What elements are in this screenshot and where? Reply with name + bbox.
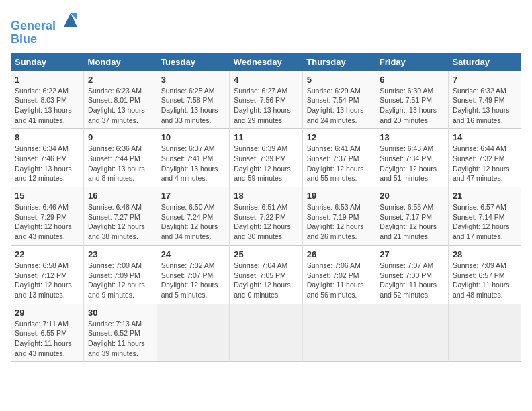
- day-number: 5: [307, 75, 371, 85]
- logo-blue: Blue: [11, 33, 80, 46]
- day-info: Sunrise: 7:04 AMSunset: 7:05 PMDaylight:…: [234, 261, 298, 300]
- day-info: Sunrise: 6:29 AMSunset: 7:54 PMDaylight:…: [307, 86, 371, 126]
- day-number: 23: [88, 249, 152, 259]
- col-header-wednesday: Wednesday: [230, 53, 303, 71]
- day-number: 15: [15, 191, 79, 201]
- day-cell-10: 10Sunrise: 6:37 AMSunset: 7:41 PMDayligh…: [157, 129, 230, 187]
- day-number: 22: [15, 249, 79, 259]
- day-info: Sunrise: 6:53 AMSunset: 7:19 PMDaylight:…: [307, 202, 371, 242]
- col-header-thursday: Thursday: [302, 53, 375, 71]
- day-info: Sunrise: 6:46 AMSunset: 7:29 PMDaylight:…: [15, 202, 79, 242]
- day-number: 19: [307, 191, 371, 201]
- col-header-tuesday: Tuesday: [157, 53, 230, 71]
- day-info: Sunrise: 6:48 AMSunset: 7:27 PMDaylight:…: [88, 202, 152, 242]
- day-cell-16: 16Sunrise: 6:48 AMSunset: 7:27 PMDayligh…: [84, 187, 157, 246]
- day-info: Sunrise: 6:36 AMSunset: 7:44 PMDaylight:…: [88, 144, 152, 183]
- week-row-4: 22Sunrise: 6:58 AMSunset: 7:12 PMDayligh…: [11, 245, 521, 304]
- day-info: Sunrise: 7:11 AMSunset: 6:55 PMDaylight:…: [15, 319, 79, 359]
- day-number: 18: [234, 191, 298, 201]
- day-cell-27: 27Sunrise: 7:07 AMSunset: 7:00 PMDayligh…: [375, 245, 449, 304]
- empty-cell: [157, 304, 230, 362]
- day-number: 30: [88, 308, 152, 318]
- day-number: 27: [380, 249, 444, 259]
- empty-cell: [448, 304, 521, 362]
- col-header-sunday: Sunday: [11, 53, 84, 71]
- logo-text: General: [11, 11, 80, 33]
- day-cell-6: 6Sunrise: 6:30 AMSunset: 7:51 PMDaylight…: [375, 71, 449, 129]
- day-info: Sunrise: 6:34 AMSunset: 7:46 PMDaylight:…: [15, 144, 79, 183]
- day-number: 13: [380, 132, 444, 142]
- day-cell-3: 3Sunrise: 6:25 AMSunset: 7:58 PMDaylight…: [157, 71, 230, 129]
- calendar-header-row: SundayMondayTuesdayWednesdayThursdayFrid…: [11, 53, 521, 71]
- day-info: Sunrise: 7:09 AMSunset: 6:57 PMDaylight:…: [453, 261, 517, 300]
- day-cell-23: 23Sunrise: 7:00 AMSunset: 7:09 PMDayligh…: [84, 245, 157, 304]
- day-number: 26: [307, 249, 371, 259]
- day-number: 28: [453, 249, 517, 259]
- day-cell-13: 13Sunrise: 6:43 AMSunset: 7:34 PMDayligh…: [375, 129, 449, 187]
- col-header-saturday: Saturday: [448, 53, 521, 71]
- day-info: Sunrise: 6:44 AMSunset: 7:32 PMDaylight:…: [453, 144, 517, 183]
- day-cell-26: 26Sunrise: 7:06 AMSunset: 7:02 PMDayligh…: [302, 245, 375, 304]
- day-cell-2: 2Sunrise: 6:23 AMSunset: 8:01 PMDaylight…: [84, 71, 157, 129]
- logo-icon: [61, 11, 80, 30]
- day-number: 12: [307, 132, 371, 142]
- day-number: 8: [15, 132, 79, 142]
- col-header-friday: Friday: [375, 53, 449, 71]
- day-cell-18: 18Sunrise: 6:51 AMSunset: 7:22 PMDayligh…: [230, 187, 303, 246]
- day-info: Sunrise: 7:00 AMSunset: 7:09 PMDaylight:…: [88, 261, 152, 300]
- day-cell-17: 17Sunrise: 6:50 AMSunset: 7:24 PMDayligh…: [157, 187, 230, 246]
- day-cell-29: 29Sunrise: 7:11 AMSunset: 6:55 PMDayligh…: [11, 304, 84, 362]
- day-info: Sunrise: 6:25 AMSunset: 7:58 PMDaylight:…: [161, 86, 226, 126]
- day-cell-28: 28Sunrise: 7:09 AMSunset: 6:57 PMDayligh…: [448, 245, 521, 304]
- day-cell-22: 22Sunrise: 6:58 AMSunset: 7:12 PMDayligh…: [11, 245, 84, 304]
- empty-cell: [230, 304, 303, 362]
- day-cell-15: 15Sunrise: 6:46 AMSunset: 7:29 PMDayligh…: [11, 187, 84, 246]
- day-info: Sunrise: 6:37 AMSunset: 7:41 PMDaylight:…: [161, 144, 226, 183]
- day-cell-11: 11Sunrise: 6:39 AMSunset: 7:39 PMDayligh…: [230, 129, 303, 187]
- day-number: 14: [453, 132, 517, 142]
- calendar-table: SundayMondayTuesdayWednesdayThursdayFrid…: [11, 53, 521, 363]
- day-info: Sunrise: 7:06 AMSunset: 7:02 PMDaylight:…: [307, 261, 371, 300]
- day-cell-24: 24Sunrise: 7:02 AMSunset: 7:07 PMDayligh…: [157, 245, 230, 304]
- day-number: 3: [161, 75, 226, 85]
- empty-cell: [302, 304, 375, 362]
- day-cell-25: 25Sunrise: 7:04 AMSunset: 7:05 PMDayligh…: [230, 245, 303, 304]
- day-cell-12: 12Sunrise: 6:41 AMSunset: 7:37 PMDayligh…: [302, 129, 375, 187]
- week-row-3: 15Sunrise: 6:46 AMSunset: 7:29 PMDayligh…: [11, 187, 521, 246]
- col-header-monday: Monday: [84, 53, 157, 71]
- day-info: Sunrise: 7:13 AMSunset: 6:52 PMDaylight:…: [88, 319, 152, 359]
- week-row-2: 8Sunrise: 6:34 AMSunset: 7:46 PMDaylight…: [11, 129, 521, 187]
- day-cell-14: 14Sunrise: 6:44 AMSunset: 7:32 PMDayligh…: [448, 129, 521, 187]
- day-info: Sunrise: 6:32 AMSunset: 7:49 PMDaylight:…: [453, 86, 517, 126]
- day-number: 20: [380, 191, 444, 201]
- day-info: Sunrise: 6:58 AMSunset: 7:12 PMDaylight:…: [15, 261, 79, 300]
- day-cell-19: 19Sunrise: 6:53 AMSunset: 7:19 PMDayligh…: [302, 187, 375, 246]
- day-info: Sunrise: 6:30 AMSunset: 7:51 PMDaylight:…: [380, 86, 444, 126]
- day-number: 16: [88, 191, 152, 201]
- page-header: General Blue: [11, 11, 521, 46]
- day-number: 29: [15, 308, 79, 318]
- day-info: Sunrise: 6:27 AMSunset: 7:56 PMDaylight:…: [234, 86, 298, 126]
- day-cell-21: 21Sunrise: 6:57 AMSunset: 7:14 PMDayligh…: [448, 187, 521, 246]
- week-row-5: 29Sunrise: 7:11 AMSunset: 6:55 PMDayligh…: [11, 304, 521, 362]
- day-number: 24: [161, 249, 226, 259]
- day-info: Sunrise: 7:07 AMSunset: 7:00 PMDaylight:…: [380, 261, 444, 300]
- week-row-1: 1Sunrise: 6:22 AMSunset: 8:03 PMDaylight…: [11, 71, 521, 129]
- day-number: 2: [88, 75, 152, 85]
- empty-cell: [375, 304, 449, 362]
- day-cell-8: 8Sunrise: 6:34 AMSunset: 7:46 PMDaylight…: [11, 129, 84, 187]
- day-info: Sunrise: 6:57 AMSunset: 7:14 PMDaylight:…: [453, 202, 517, 242]
- day-number: 11: [234, 132, 298, 142]
- day-number: 17: [161, 191, 226, 201]
- day-cell-5: 5Sunrise: 6:29 AMSunset: 7:54 PMDaylight…: [302, 71, 375, 129]
- day-cell-20: 20Sunrise: 6:55 AMSunset: 7:17 PMDayligh…: [375, 187, 449, 246]
- day-cell-4: 4Sunrise: 6:27 AMSunset: 7:56 PMDaylight…: [230, 71, 303, 129]
- day-number: 1: [15, 75, 79, 85]
- day-number: 10: [161, 132, 226, 142]
- day-number: 4: [234, 75, 298, 85]
- day-info: Sunrise: 6:43 AMSunset: 7:34 PMDaylight:…: [380, 144, 444, 183]
- day-info: Sunrise: 6:51 AMSunset: 7:22 PMDaylight:…: [234, 202, 298, 242]
- day-number: 6: [380, 75, 444, 85]
- day-info: Sunrise: 6:22 AMSunset: 8:03 PMDaylight:…: [15, 86, 79, 126]
- day-cell-30: 30Sunrise: 7:13 AMSunset: 6:52 PMDayligh…: [84, 304, 157, 362]
